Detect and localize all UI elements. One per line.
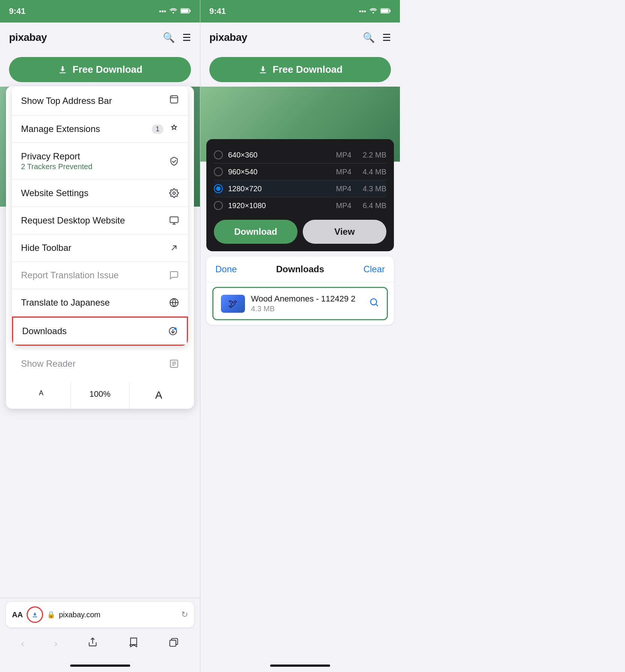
address-aa-label[interactable]: AA xyxy=(12,610,23,619)
radio-1280[interactable] xyxy=(214,184,223,193)
svg-point-0 xyxy=(173,12,174,14)
download-option-1280[interactable]: 1280×720 MP4 4.3 MB xyxy=(214,180,386,197)
menu-item-privacy-report[interactable]: Privacy Report 2 Trackers Prevented xyxy=(12,143,188,180)
downloads-panel-header: Done Downloads Clear xyxy=(206,256,394,282)
left-free-download-button[interactable]: Free Download xyxy=(9,57,191,82)
download-option-1920[interactable]: 1920×1080 MP4 6.4 MB xyxy=(214,197,386,214)
radio-640[interactable] xyxy=(214,150,223,159)
opt-960-res: 960×540 xyxy=(228,168,257,176)
right-content-area: 640×360 MP4 2.2 MB 960×540 MP4 4.4 MB xyxy=(200,87,400,251)
radio-1920[interactable] xyxy=(214,201,223,210)
translate-icon xyxy=(169,298,179,308)
wifi-icon xyxy=(169,8,177,15)
opt-1920-res: 1920×1080 xyxy=(228,201,266,210)
report-translation-label: Report Translation Issue xyxy=(21,270,119,280)
right-menu-icon[interactable]: ☰ xyxy=(382,32,391,44)
menu-item-request-desktop[interactable]: Request Desktop Website xyxy=(12,207,188,234)
popup-view-button[interactable]: View xyxy=(303,220,386,244)
right-search-icon[interactable]: 🔍 xyxy=(363,32,375,44)
opt-1280-res: 1280×720 xyxy=(228,184,262,193)
show-reader-container: Show Reader xyxy=(12,350,188,377)
bookmarks-button[interactable] xyxy=(125,634,141,653)
forward-button[interactable]: › xyxy=(51,634,61,653)
opt-640-right: MP4 2.2 MB xyxy=(336,151,386,159)
menu-item-website-settings[interactable]: Website Settings xyxy=(12,180,188,207)
right-logo: pixabay xyxy=(209,32,247,44)
download-name: Wood Anemones - 112429 2 xyxy=(251,294,363,304)
downloads-done-button[interactable]: Done xyxy=(215,264,237,274)
opt-1280-left: 1280×720 xyxy=(214,184,262,193)
font-large-btn[interactable]: A xyxy=(129,382,188,409)
extensions-icon xyxy=(169,124,179,134)
radio-1280-inner xyxy=(216,186,221,191)
popup-download-button[interactable]: Download xyxy=(214,220,297,244)
address-url[interactable]: pixabay.com xyxy=(59,610,177,619)
download-item-wood-anemones[interactable]: 🕊 Wood Anemones - 112429 2 4.3 MB xyxy=(212,287,388,320)
share-button[interactable] xyxy=(84,634,101,653)
download-progress-circle[interactable] xyxy=(27,606,43,623)
svg-rect-3 xyxy=(181,9,189,12)
left-time: 9:41 xyxy=(9,6,26,16)
right-panel: 9:41 ▪▪▪ pixabay 🔍 ☰ xyxy=(200,0,400,672)
opt-960-size: 4.4 MB xyxy=(363,168,386,176)
svg-rect-4 xyxy=(170,96,178,103)
right-home-bar xyxy=(270,664,330,667)
privacy-report-label: Privacy Report xyxy=(21,151,92,162)
download-info: Wood Anemones - 112429 2 4.3 MB xyxy=(251,294,363,313)
menu-item-downloads[interactable]: Downloads xyxy=(12,316,188,346)
bird-icon: 🕊 xyxy=(228,298,237,309)
menu-item-hide-toolbar[interactable]: Hide Toolbar xyxy=(12,234,188,262)
signal-icon: ▪▪▪ xyxy=(159,8,166,15)
downloads-label: Downloads xyxy=(22,326,67,336)
right-home-indicator xyxy=(200,659,400,672)
left-free-download-label: Free Download xyxy=(72,64,142,75)
popup-actions: Download View xyxy=(214,220,386,244)
opt-960-right: MP4 4.4 MB xyxy=(336,168,386,176)
download-option-960[interactable]: 960×540 MP4 4.4 MB xyxy=(214,164,386,180)
menu-item-report-translation[interactable]: Report Translation Issue xyxy=(12,262,188,289)
menu-item-manage-extensions[interactable]: Manage Extensions 1 xyxy=(12,116,188,143)
left-panel: 9:41 ▪▪▪ pixabay 🔍 ☰ xyxy=(0,0,200,672)
downloads-clear-button[interactable]: Clear xyxy=(364,264,385,274)
font-small-btn[interactable]: A xyxy=(12,382,71,409)
opt-640-res: 640×360 xyxy=(228,151,257,159)
privacy-icon xyxy=(169,156,179,166)
menu-item-translate-japanese[interactable]: Translate to Japanese xyxy=(12,289,188,316)
font-size-row: A 100% A xyxy=(12,382,188,409)
reader-icon xyxy=(169,359,179,369)
download-thumb: 🕊 xyxy=(221,295,245,313)
opt-1280-right: MP4 4.3 MB xyxy=(336,184,386,193)
left-bottom-bar: AA 🔒 pixabay.com ↻ ‹ › xyxy=(0,598,200,672)
report-translation-icon xyxy=(169,270,179,280)
right-wifi-icon xyxy=(369,8,377,15)
font-percent: 100% xyxy=(71,382,130,409)
hide-toolbar-label: Hide Toolbar xyxy=(21,243,71,253)
svg-rect-8 xyxy=(170,217,178,222)
tabs-button[interactable] xyxy=(165,634,182,653)
left-menu-overlay: Show Top Address Bar Manage Extensions 1 xyxy=(6,86,194,409)
right-free-download-button[interactable]: Free Download xyxy=(209,57,391,82)
opt-1280-size: 4.3 MB xyxy=(363,184,386,193)
right-status-icons: ▪▪▪ xyxy=(359,8,391,15)
right-battery-icon xyxy=(380,8,391,15)
settings-icon xyxy=(169,188,179,198)
hide-toolbar-icon xyxy=(169,243,179,253)
right-signal-icon: ▪▪▪ xyxy=(359,8,366,15)
back-button[interactable]: ‹ xyxy=(18,634,27,653)
svg-point-20 xyxy=(373,12,374,14)
download-item-search-icon[interactable] xyxy=(369,297,379,310)
extensions-badge: 1 xyxy=(152,124,163,134)
left-search-icon[interactable]: 🔍 xyxy=(163,32,175,44)
radio-960[interactable] xyxy=(214,167,223,176)
right-time: 9:41 xyxy=(209,6,226,16)
svg-rect-2 xyxy=(190,10,191,12)
show-reader-label: Show Reader xyxy=(21,358,75,369)
left-menu-icon[interactable]: ☰ xyxy=(182,32,191,44)
left-status-icons: ▪▪▪ xyxy=(159,8,191,15)
reload-icon[interactable]: ↻ xyxy=(181,610,188,620)
svg-rect-22 xyxy=(390,10,391,12)
menu-item-show-top-address-bar[interactable]: Show Top Address Bar xyxy=(12,86,188,116)
menu-item-show-reader[interactable]: Show Reader xyxy=(12,350,188,377)
download-option-640[interactable]: 640×360 MP4 2.2 MB xyxy=(214,147,386,164)
left-status-bar: 9:41 ▪▪▪ xyxy=(0,0,200,22)
